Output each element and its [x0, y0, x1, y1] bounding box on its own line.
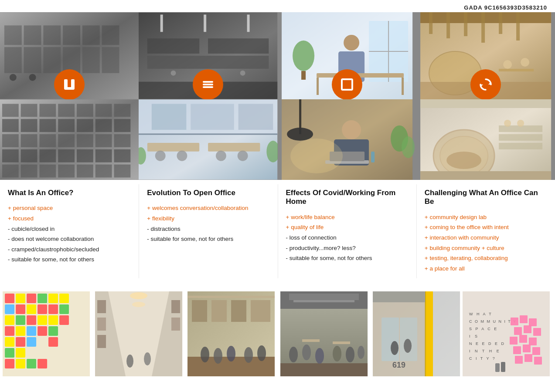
svg-rect-69 [2, 119, 19, 132]
svg-rect-94 [77, 165, 93, 178]
svg-point-127 [446, 152, 481, 169]
svg-rect-65 [58, 104, 75, 117]
svg-text:619: 619 [392, 361, 405, 369]
svg-rect-27 [160, 15, 163, 32]
svg-rect-12 [82, 25, 100, 45]
svg-text:S P A C E: S P A C E [469, 327, 498, 331]
svg-rect-74 [95, 119, 112, 132]
svg-rect-156 [16, 337, 25, 347]
svg-rect-143 [37, 304, 47, 314]
col4-item-1: + coming to the office with intent [425, 223, 547, 232]
svg-rect-234 [523, 345, 531, 352]
svg-rect-194 [289, 294, 359, 300]
svg-rect-93 [58, 165, 75, 178]
svg-point-176 [130, 292, 147, 299]
svg-point-190 [244, 347, 253, 363]
svg-point-177 [132, 302, 145, 307]
bottom-image-postit-wall: W H A T C O M M U N I T Y S P A C E I S … [463, 291, 555, 376]
image-home-office-top [278, 12, 416, 99]
image-open-office-top [139, 12, 277, 99]
svg-rect-142 [27, 304, 36, 314]
svg-rect-96 [114, 165, 131, 178]
svg-rect-235 [532, 347, 540, 355]
col4-item-2: + interaction with community [425, 233, 547, 243]
svg-rect-21 [147, 56, 269, 69]
svg-rect-4 [43, 47, 61, 73]
svg-point-43 [293, 41, 314, 71]
svg-rect-23 [208, 38, 269, 54]
svg-rect-141 [16, 304, 25, 314]
svg-rect-67 [95, 104, 112, 117]
col1-item-4: - cramped/claustrophobic/secluded [8, 245, 131, 254]
svg-rect-47 [420, 12, 551, 23]
col2-item-1: + flexibility [147, 214, 269, 223]
svg-rect-159 [16, 348, 25, 358]
svg-rect-184 [211, 300, 227, 322]
svg-rect-164 [48, 337, 58, 347]
svg-rect-52 [499, 12, 502, 34]
svg-point-187 [201, 347, 209, 362]
svg-point-105 [155, 151, 166, 161]
svg-rect-145 [16, 315, 25, 325]
image-pod-office [416, 99, 555, 180]
col1-item-3: - does not welcome collaboration [8, 234, 131, 244]
svg-rect-160 [5, 359, 14, 368]
svg-rect-28 [204, 15, 206, 32]
svg-rect-233 [513, 346, 521, 354]
bottom-image-building-entry: 619 [370, 291, 463, 376]
svg-rect-32 [203, 86, 213, 88]
svg-rect-86 [58, 149, 75, 162]
svg-rect-10 [43, 25, 61, 45]
svg-point-26 [240, 71, 245, 76]
cubicle-icon-overlay [54, 69, 85, 99]
col3-item-3: - productivity...more? less? [286, 243, 409, 253]
svg-rect-195 [293, 300, 354, 302]
svg-rect-45 [342, 79, 352, 90]
svg-rect-185 [231, 300, 246, 322]
text-col-4: Challenging What An Office Can Be + comm… [416, 184, 555, 278]
col1-title: What Is An Office? [8, 189, 131, 197]
bottom-image-gallery-hall [92, 291, 185, 376]
col2-title: Evolution To Open Office [147, 189, 269, 197]
svg-rect-231 [519, 335, 527, 343]
bottom-image-strip: 619 W H A T C O M M U N I T Y S P A C E … [0, 291, 555, 376]
col4-item-5: + a place for all [425, 264, 547, 274]
svg-rect-101 [191, 104, 234, 130]
svg-point-200 [333, 346, 341, 362]
svg-point-114 [287, 128, 313, 141]
svg-point-179 [144, 352, 151, 365]
svg-rect-64 [40, 104, 56, 117]
top-image-grid [0, 12, 555, 180]
svg-rect-62 [2, 104, 19, 117]
svg-rect-151 [37, 326, 47, 336]
svg-rect-135 [5, 294, 14, 303]
svg-point-178 [126, 355, 133, 368]
col4-item-3: + building community + culture [425, 243, 547, 253]
svg-rect-227 [514, 327, 522, 335]
svg-rect-72 [58, 119, 75, 132]
svg-rect-8 [4, 25, 22, 45]
svg-point-131 [504, 120, 511, 127]
svg-rect-2 [4, 47, 22, 73]
svg-rect-41 [317, 78, 319, 95]
col4-title: Challenging What An Office Can Be [425, 189, 547, 206]
svg-rect-150 [27, 326, 36, 336]
svg-rect-139 [48, 294, 58, 303]
svg-rect-165 [59, 294, 69, 303]
svg-point-24 [171, 71, 176, 76]
svg-rect-130 [499, 143, 542, 149]
svg-rect-232 [529, 338, 537, 345]
svg-rect-49 [446, 12, 450, 38]
col1-item-5: - suitable for some, not for others [8, 255, 131, 264]
svg-rect-212 [373, 291, 425, 302]
svg-rect-102 [238, 104, 273, 130]
svg-point-108 [238, 151, 248, 161]
svg-point-56 [503, 60, 512, 69]
svg-rect-228 [524, 325, 531, 333]
svg-text:C I T Y ?: C I T Y ? [469, 356, 496, 361]
svg-rect-173 [97, 335, 106, 348]
svg-rect-7 [102, 47, 119, 73]
svg-rect-148 [5, 326, 14, 336]
svg-text:N E E D E D: N E E D E D [469, 341, 505, 346]
col3-item-1: + quality of life [286, 223, 409, 232]
